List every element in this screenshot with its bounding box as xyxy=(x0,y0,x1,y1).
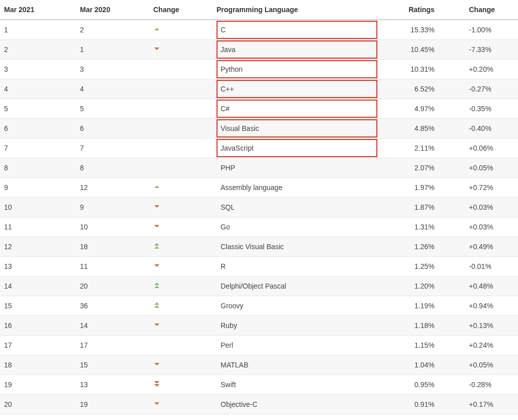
cell-rank-now: 12 xyxy=(0,237,76,256)
table-row: 12C15.33%-1.00% xyxy=(0,20,518,39)
table-row: 1218Classic Visual Basic1.26%+0.49% xyxy=(0,237,518,256)
ranking-table: Mar 2021 Mar 2020 Change Programming Lan… xyxy=(0,0,518,414)
table-row: 2019Objective-C0.91%+0.17% xyxy=(0,394,518,414)
cell-language: C++ xyxy=(212,79,381,99)
cell-rank-now: 4 xyxy=(0,79,76,99)
cell-rank-change xyxy=(149,99,212,118)
language-label: C xyxy=(217,21,377,39)
cell-rank-change xyxy=(149,59,212,79)
language-label: R xyxy=(217,257,377,275)
table-row: 1717Perl1.15%+0.24% xyxy=(0,335,518,355)
col-header-ratings: Ratings xyxy=(381,0,465,20)
cell-ratings: 1.97% xyxy=(381,177,465,197)
cell-ratings: 1.87% xyxy=(381,197,465,217)
language-label: JavaScript xyxy=(217,139,377,157)
cell-pct-change: -0.27% xyxy=(465,79,518,99)
cell-pct-change: -0.28% xyxy=(465,375,518,394)
chevron-down-icon xyxy=(153,361,161,367)
cell-pct-change: -0.40% xyxy=(465,118,518,138)
cell-rank-change xyxy=(149,197,212,217)
cell-ratings: 1.19% xyxy=(381,296,465,315)
cell-rank-prev: 11 xyxy=(76,256,149,276)
chevron-up-icon xyxy=(153,184,161,190)
table-row: 66Visual Basic4.85%-0.40% xyxy=(0,118,518,138)
table-row: 1420Delphi/Object Pascal1.20%+0.48% xyxy=(0,276,518,296)
cell-pct-change: -0.01% xyxy=(465,256,518,276)
cell-rank-change xyxy=(149,256,212,276)
cell-ratings: 1.25% xyxy=(381,256,465,276)
cell-rank-now: 5 xyxy=(0,99,76,118)
table-row: 912Assembly language1.97%+0.72% xyxy=(0,177,518,197)
cell-pct-change: +0.72% xyxy=(465,177,518,197)
cell-ratings: 0.95% xyxy=(381,375,465,394)
cell-language: Groovy xyxy=(212,296,381,315)
cell-pct-change: +0.49% xyxy=(465,237,518,256)
cell-rank-now: 9 xyxy=(0,177,76,197)
cell-rank-now: 6 xyxy=(0,118,76,138)
double-chevron-up-icon xyxy=(153,243,161,249)
double-chevron-up-icon xyxy=(153,283,161,289)
language-label: Perl xyxy=(217,336,377,354)
language-label: Groovy xyxy=(217,297,377,315)
table-row: 1536Groovy1.19%+0.94% xyxy=(0,296,518,315)
cell-rank-prev: 19 xyxy=(76,394,149,414)
cell-rank-now: 13 xyxy=(0,256,76,276)
cell-rank-now: 19 xyxy=(0,375,76,394)
cell-ratings: 0.91% xyxy=(381,394,465,414)
cell-rank-now: 16 xyxy=(0,315,76,335)
cell-rank-prev: 5 xyxy=(76,99,149,118)
cell-language: JavaScript xyxy=(212,138,381,158)
cell-rank-change xyxy=(149,355,212,375)
language-label: PHP xyxy=(217,159,377,177)
cell-language: Swift xyxy=(212,375,381,394)
col-header-pct-change: Change xyxy=(465,0,518,20)
cell-rank-prev: 15 xyxy=(76,355,149,375)
cell-rank-change xyxy=(149,79,212,99)
cell-rank-now: 11 xyxy=(0,217,76,237)
table-row: 1913Swift0.95%-0.28% xyxy=(0,375,518,394)
cell-language: Visual Basic xyxy=(212,118,381,138)
language-label: Objective-C xyxy=(217,395,377,413)
cell-pct-change: -1.00% xyxy=(465,20,518,39)
cell-rank-prev: 14 xyxy=(76,315,149,335)
cell-rank-now: 7 xyxy=(0,138,76,158)
cell-rank-change xyxy=(149,276,212,296)
double-chevron-down-icon xyxy=(153,381,161,387)
language-label: SQL xyxy=(217,198,377,216)
language-label: Python xyxy=(217,60,377,78)
cell-rank-change xyxy=(149,237,212,256)
cell-rank-prev: 36 xyxy=(76,296,149,315)
cell-rank-now: 15 xyxy=(0,296,76,315)
cell-language: Assembly language xyxy=(212,177,381,197)
cell-rank-now: 10 xyxy=(0,197,76,217)
cell-pct-change: +0.13% xyxy=(465,315,518,335)
cell-rank-change xyxy=(149,217,212,237)
language-label: C++ xyxy=(217,80,377,98)
cell-rank-change xyxy=(149,177,212,197)
cell-rank-now: 17 xyxy=(0,335,76,355)
cell-pct-change: +0.03% xyxy=(465,217,518,237)
col-header-rank-change: Change xyxy=(149,0,212,20)
cell-language: Delphi/Object Pascal xyxy=(212,276,381,296)
cell-rank-prev: 9 xyxy=(76,197,149,217)
cell-ratings: 1.04% xyxy=(381,355,465,375)
table-row: 33Python10.31%+0.20% xyxy=(0,59,518,79)
cell-pct-change: +0.24% xyxy=(465,335,518,355)
table-row: 109SQL1.87%+0.03% xyxy=(0,197,518,217)
cell-pct-change: +0.05% xyxy=(465,355,518,375)
cell-language: C# xyxy=(212,99,381,118)
cell-language: Ruby xyxy=(212,315,381,335)
cell-rank-prev: 7 xyxy=(76,138,149,158)
cell-ratings: 1.26% xyxy=(381,237,465,256)
col-header-language: Programming Language xyxy=(212,0,381,20)
cell-ratings: 1.18% xyxy=(381,315,465,335)
chevron-up-icon xyxy=(153,26,161,32)
cell-rank-prev: 17 xyxy=(76,335,149,355)
table-row: 1614Ruby1.18%+0.13% xyxy=(0,315,518,335)
table-header-row: Mar 2021 Mar 2020 Change Programming Lan… xyxy=(0,0,518,20)
language-label: C# xyxy=(217,100,377,118)
cell-ratings: 1.31% xyxy=(381,217,465,237)
chevron-down-icon xyxy=(153,401,161,407)
cell-ratings: 6.52% xyxy=(381,79,465,99)
cell-language: Perl xyxy=(212,335,381,355)
